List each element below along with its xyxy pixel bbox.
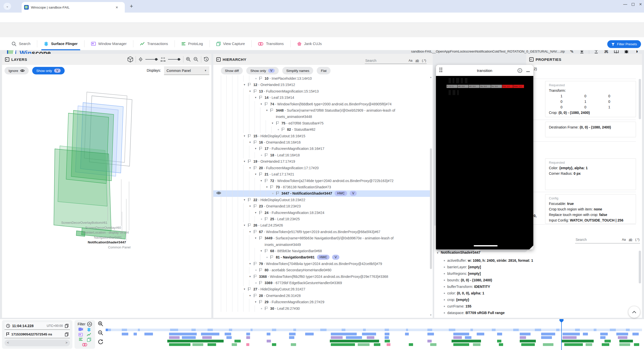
- proto-root-node[interactable]: ▼NotificationShade#3447: [436, 250, 480, 254]
- trace-segment[interactable]: [225, 333, 231, 335]
- trace-segment[interactable]: [497, 340, 501, 342]
- tab-close-icon[interactable]: ✕: [115, 6, 118, 9]
- timeline-cursor[interactable]: [561, 319, 562, 350]
- trace-segment[interactable]: [385, 340, 390, 342]
- tab-surface-flinger[interactable]: Surface Flinger: [37, 37, 84, 50]
- hierarchy-node-3448[interactable]: ▼3448 - Surface(name=ed70f88 StatusBar)/…: [213, 107, 431, 120]
- hierarchy-node-17[interactable]: ▼17 - FullscreenMagnification:16:16#17: [213, 146, 431, 152]
- trace-segment[interactable]: [477, 333, 484, 335]
- trace-segment[interactable]: [289, 333, 296, 335]
- trace-segment[interactable]: [564, 343, 583, 346]
- match-case-icon[interactable]: Aa: [622, 238, 626, 241]
- layer-label[interactable]: PointerLocation - display 0#134: [83, 231, 129, 234]
- hierarchy-node-22[interactable]: ▼22 - HideDisplayCutout:18:23#22: [213, 197, 431, 203]
- proto-search-input[interactable]: Search Aa ab (.*): [575, 234, 640, 243]
- panel-collapse-icon[interactable]: [216, 57, 221, 62]
- trace-segment[interactable]: [246, 343, 250, 346]
- trace-segment[interactable]: [331, 333, 356, 335]
- trace-segment[interactable]: [520, 333, 531, 335]
- hierarchy-node-25[interactable]: 25 - Leaf:18:23#25: [213, 216, 431, 222]
- tab-search-icon[interactable]: ⌄: [4, 3, 11, 10]
- info-icon[interactable]: [517, 68, 522, 73]
- expand-arrow-icon[interactable]: ▼: [266, 184, 268, 190]
- expand-arrow-icon[interactable]: ▼: [243, 222, 246, 229]
- hierarchy-node-74[interactable]: ▼74 - WindowToken{fdddbe6 type=2000 andr…: [213, 101, 431, 107]
- expand-arrow-icon[interactable]: ▼: [255, 95, 257, 101]
- trace-segment[interactable]: [409, 343, 413, 346]
- expand-arrow-icon[interactable]: ▼: [243, 197, 246, 203]
- tab-transactions[interactable]: Transactions: [133, 37, 174, 50]
- displays-select[interactable]: Common Panel ▼: [164, 66, 209, 75]
- hierarchy-scrollbar[interactable]: ▲ ▼: [430, 75, 432, 317]
- expand-arrow-icon[interactable]: ▼: [243, 82, 246, 88]
- trace-segment[interactable]: [246, 333, 250, 335]
- trace-segment[interactable]: [543, 343, 554, 346]
- layer-label[interactable]: NotificationShade#3447: [88, 240, 126, 244]
- hierarchy-node-21[interactable]: ▼21 - Leaf:17:17#21: [213, 171, 431, 178]
- pan-left-arrow[interactable]: <: [7, 341, 9, 344]
- trace-segment[interactable]: [134, 333, 137, 335]
- expand-arrow-icon[interactable]: ▼: [260, 248, 262, 254]
- close-icon[interactable]: ✕: [639, 2, 642, 6]
- match-case-icon[interactable]: Aa: [409, 59, 412, 62]
- new-tab-button[interactable]: +: [130, 3, 133, 9]
- tab-search[interactable]: Search: [5, 37, 37, 50]
- trace-segment[interactable]: [541, 336, 552, 339]
- minimize-window-icon[interactable]: [526, 71, 530, 72]
- hierarchy-node-79[interactable]: ▼79 - WindowToken{7046b4a type=2024 andr…: [213, 261, 431, 267]
- trace-segment[interactable]: [267, 340, 271, 342]
- proto-property[interactable]: color: (0, 0, 0), alpha: 1: [444, 290, 637, 296]
- hierarchy-node-68[interactable]: ▼68 - 885b63e NavigationBar0#68: [213, 248, 431, 254]
- ns-time-field[interactable]: 1715339054227572545 ns: [5, 331, 70, 338]
- trace-segment[interactable]: [600, 333, 608, 335]
- trace-segment[interactable]: [267, 333, 270, 335]
- hierarchy-node-27[interactable]: ▼27 - HideDisplayCutout:26:31#27: [213, 286, 431, 292]
- transactions-trace-icon[interactable]: [87, 333, 91, 336]
- trace-segment[interactable]: [202, 336, 212, 339]
- trace-segment[interactable]: [192, 343, 203, 346]
- trace-segment[interactable]: [520, 340, 536, 342]
- match-word-icon[interactable]: ab: [415, 59, 419, 62]
- trace-segment[interactable]: [541, 333, 555, 335]
- expand-arrow-icon[interactable]: ▼: [249, 165, 251, 171]
- window-manager-trace-icon[interactable]: [78, 333, 83, 336]
- tab-window-manager[interactable]: Window Manager: [85, 37, 133, 50]
- timeline-reset-zoom-icon[interactable]: [98, 339, 103, 345]
- trace-segment[interactable]: [452, 340, 481, 342]
- simplify-names-chip[interactable]: Simplify names: [282, 67, 313, 74]
- timeline-zoom-in-icon[interactable]: [98, 321, 103, 327]
- copy-icon[interactable]: [65, 324, 68, 328]
- trace-segment[interactable]: [246, 336, 250, 339]
- hierarchy-node-10[interactable]: 10 - ImePlaceholder:13:14#10: [213, 75, 431, 82]
- expand-arrow-icon[interactable]: ▼: [249, 261, 251, 267]
- hierarchy-node-75[interactable]: ▼75 - ed70f88 StatusBar#75: [213, 120, 431, 126]
- panel-collapse-icon[interactable]: [529, 57, 534, 62]
- hierarchy-node-3368[interactable]: ▼3368 - WindowToken{f6b2f60 type=2024 an…: [213, 274, 431, 280]
- trace-segment[interactable]: [618, 336, 627, 339]
- trace-segment[interactable]: [291, 343, 296, 346]
- browser-tab[interactable]: Winscope | sandbox-FAIL ✕: [22, 2, 125, 13]
- expand-arrow-icon[interactable]: ▼: [243, 158, 246, 165]
- hierarchy-node-72[interactable]: ▼72 - WindowToken{a2746de type=2040 andr…: [213, 178, 431, 184]
- expand-arrow-icon[interactable]: ▼: [249, 88, 251, 95]
- proto-property[interactable]: barrierLayer: [empty]: [444, 264, 637, 270]
- trace-segment[interactable]: [385, 336, 389, 339]
- trace-segment[interactable]: [385, 333, 389, 335]
- view-capture-trace-icon[interactable]: [87, 338, 91, 342]
- trace-segment[interactable]: [453, 333, 469, 335]
- expand-arrow-icon[interactable]: ▼: [260, 101, 262, 107]
- trace-segment[interactable]: [144, 333, 153, 335]
- maximize-icon[interactable]: [632, 3, 634, 6]
- properties-scrollbar[interactable]: [639, 79, 641, 119]
- trace-segment[interactable]: [201, 333, 219, 335]
- filter-presets-button[interactable]: Filter Presets: [607, 40, 641, 48]
- hierarchy-node-3447[interactable]: 3447 - NotificationShade#3447HWCV: [213, 190, 431, 197]
- trace-segment[interactable]: [367, 336, 374, 339]
- 3d-view-icon[interactable]: [128, 56, 133, 62]
- regex-icon[interactable]: (.*): [635, 238, 639, 241]
- proto-property[interactable]: currFrame: 155: [444, 303, 637, 310]
- reset-view-icon[interactable]: [204, 57, 209, 62]
- proto-property[interactable]: blurRegions: [empty]: [444, 270, 637, 277]
- trace-segment[interactable]: [208, 343, 216, 346]
- hierarchy-node-19[interactable]: ▼19 - OneHanded:17:17#19: [213, 158, 431, 165]
